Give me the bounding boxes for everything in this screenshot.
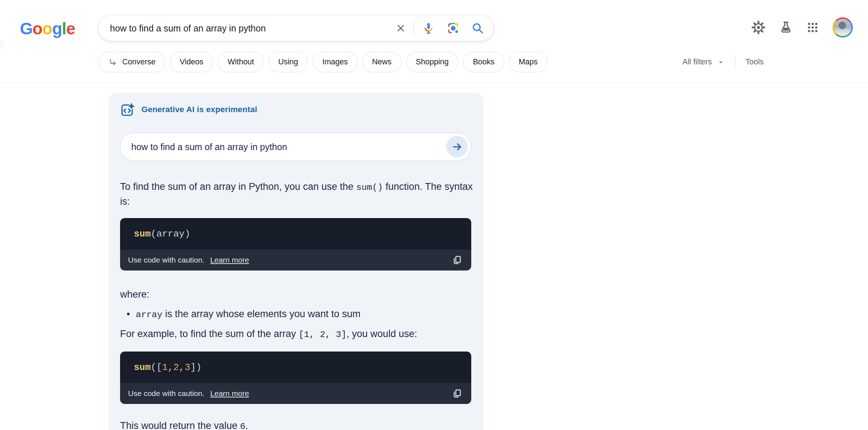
inline-code: 6 xyxy=(240,422,246,430)
filter-chip-without[interactable]: Without xyxy=(218,52,264,72)
avatar-photo xyxy=(834,19,851,36)
answer-result: This would return the value 6. xyxy=(120,419,478,430)
filter-chip-images[interactable]: Images xyxy=(312,52,358,72)
code-snippet: sum([1, 2, 3]) xyxy=(120,352,471,383)
filter-chip-news[interactable]: News xyxy=(362,52,401,72)
chip-label: Images xyxy=(322,58,348,67)
tools-button[interactable]: Tools xyxy=(745,58,763,67)
search-bar-divider xyxy=(413,21,414,35)
sge-query-text[interactable]: how to find a sum of an array in python xyxy=(131,142,287,152)
chip-label: Converse xyxy=(122,58,156,67)
chip-label: News xyxy=(372,58,392,67)
lens-icon[interactable] xyxy=(447,22,459,34)
generative-ai-panel: Generative AI is experimental how to fin… xyxy=(109,93,484,430)
filter-chip-videos[interactable]: Videos xyxy=(170,52,213,72)
code-snippet: sum(array) xyxy=(120,218,471,250)
side-panel-edge-tab[interactable] xyxy=(0,41,4,49)
copy-code-icon[interactable] xyxy=(452,388,463,399)
answer-intro: To find the sum of an array in Python, y… xyxy=(120,180,478,209)
chip-label: Without xyxy=(227,58,254,67)
header-actions xyxy=(752,17,853,38)
bullet-marker: • xyxy=(127,307,130,322)
copy-code-icon[interactable] xyxy=(452,255,463,265)
chip-label: Maps xyxy=(519,58,538,67)
chevron-down-icon xyxy=(717,58,725,66)
inline-code: sum() xyxy=(356,183,383,192)
code-footer: Use code with caution. Learn more xyxy=(120,250,471,271)
filters-tools: All filters Tools xyxy=(682,52,763,72)
voice-search-icon[interactable] xyxy=(422,22,435,34)
settings-gear-icon[interactable] xyxy=(752,21,765,34)
apps-grid-icon[interactable] xyxy=(807,21,819,34)
converse-arrow-icon xyxy=(108,58,118,67)
inline-code: [1, 2, 3] xyxy=(299,330,346,340)
filters-divider xyxy=(735,55,735,69)
filter-chip-books[interactable]: Books xyxy=(463,52,504,72)
learn-more-link[interactable]: Learn more xyxy=(210,256,249,264)
code-block-example: sum([1, 2, 3]) Use code with caution. Le… xyxy=(120,352,471,404)
chip-label: Using xyxy=(278,58,298,67)
code-block-syntax: sum(array) Use code with caution. Learn … xyxy=(120,218,471,271)
filter-chip-shopping[interactable]: Shopping xyxy=(406,52,459,72)
search-input[interactable]: how to find a sum of an array in python xyxy=(110,23,395,34)
answer-example: For example, to find the sum of the arra… xyxy=(120,327,478,342)
caution-text: Use code with caution. xyxy=(128,256,204,264)
filter-chip-using[interactable]: Using xyxy=(268,52,308,72)
sge-header: Generative AI is experimental xyxy=(120,102,257,117)
code-footer: Use code with caution. Learn more xyxy=(120,383,471,404)
clear-icon[interactable] xyxy=(395,23,406,34)
experimental-label: Generative AI is experimental xyxy=(141,105,257,114)
all-filters-label: All filters xyxy=(682,58,712,67)
google-search-page: Google how to find a sum of an array in … xyxy=(0,0,868,430)
search-filter-chips: Converse Videos Without Using Images New… xyxy=(98,52,548,72)
search-icon[interactable] xyxy=(472,22,484,34)
bullet-item: • array is the array whose elements you … xyxy=(127,307,474,322)
where-label: where: xyxy=(120,288,478,302)
google-logo[interactable]: Google xyxy=(20,19,75,38)
caution-text: Use code with caution. xyxy=(128,389,204,398)
filter-chip-converse[interactable]: Converse xyxy=(98,52,165,72)
generative-ai-icon xyxy=(120,102,135,117)
filter-chip-maps[interactable]: Maps xyxy=(509,52,548,72)
chip-label: Videos xyxy=(180,58,203,67)
learn-more-link[interactable]: Learn more xyxy=(210,389,249,398)
labs-flask-icon[interactable] xyxy=(779,21,793,34)
sge-query-box[interactable]: how to find a sum of an array in python xyxy=(120,133,471,161)
submit-query-button[interactable] xyxy=(446,136,468,157)
search-bar[interactable]: how to find a sum of an array in python xyxy=(98,16,493,41)
chip-label: Shopping xyxy=(416,58,449,67)
all-filters-button[interactable]: All filters xyxy=(682,58,725,67)
chip-label: Books xyxy=(473,58,494,67)
inline-code: array xyxy=(136,310,162,320)
header-divider xyxy=(0,83,868,83)
account-avatar[interactable] xyxy=(833,17,853,38)
